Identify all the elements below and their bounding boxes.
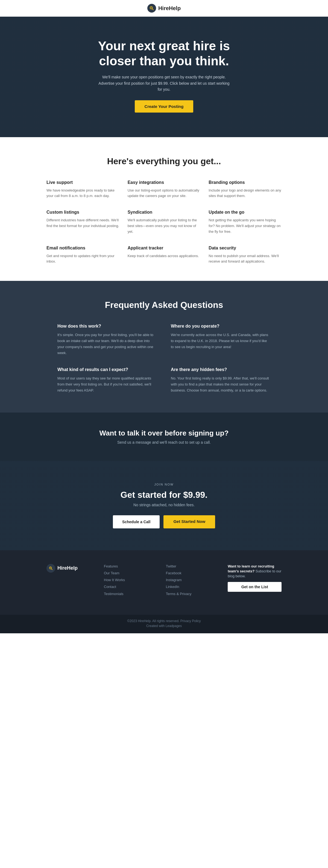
footer-link[interactable]: Contact [104,584,158,589]
faq-answer: No. Your first listing really is only $9… [171,375,271,394]
cta-strip-section: Want to talk it over before signing up? … [0,412,328,461]
feature-title: Syndication [128,210,201,215]
footer-link[interactable]: Testimonials [104,591,158,596]
feature-item: Custom listingsDifferent industries have… [47,210,119,235]
footer-subscribe-text: Want to learn our recruiting team's secr… [228,564,281,579]
svg-line-4 [51,568,53,570]
navbar: HireHelp [0,0,328,17]
footer-social-link[interactable]: Twitter [166,564,220,569]
cta-strip-subtext: Send us a message and we'll reach out to… [5,440,323,444]
footer-grid: HireHelp FeaturesOur TeamHow It WorksCon… [47,564,281,598]
feature-item: Data securityNo need to publish your ema… [209,246,281,265]
footer-logo-icon [47,564,55,572]
logo-text: HireHelp [158,5,181,11]
feature-description: Different industries have different need… [47,217,119,229]
footer-col-links: FeaturesOur TeamHow It WorksContactTesti… [104,564,158,598]
features-heading: Here's everything you get... [11,156,317,166]
get-on-list-button[interactable]: Get on the List [228,582,281,592]
feature-item: Live supportWe have knowledgeable pros r… [47,180,119,199]
faq-question: What kind of results can I expect? [57,367,157,372]
feature-description: Get and respond to updates right from yo… [47,253,119,265]
feature-description: We'll automatically publish your listing… [128,217,201,235]
feature-description: No need to publish your email address. W… [209,253,281,265]
footer-social-link[interactable]: Terms & Privacy [166,591,220,596]
feature-title: Email notifications [47,246,119,251]
feature-title: Easy integrations [128,180,201,185]
feature-title: Live support [47,180,119,185]
join-btn-row: Schedule a Call Get Started Now [5,515,323,528]
footer-social-link[interactable]: Instagram [166,578,220,583]
svg-line-1 [152,9,153,10]
features-section: Here's everything you get... Live suppor… [0,137,328,281]
footer-col-social: TwitterFacebookInstagramLinkedInTerms & … [166,564,220,598]
feature-item: Branding optionsInclude your logo and de… [209,180,281,199]
join-heading: Get started for $9.99. [5,490,323,500]
join-label: JOIN NOW [5,483,323,486]
faq-answer: It's simple. Once you pay for your first… [57,332,157,356]
hero-cta-button[interactable]: Create Your Posting [135,100,193,113]
feature-description: Keep track of candidates across applicat… [128,253,201,259]
footer-bottom: ©2023 HireHelp. All rights reserved. Pri… [0,615,328,633]
join-subtext: No strings attached, no hidden fees. [5,503,323,507]
feature-description: Not getting the applicants you were hopi… [209,217,281,235]
feature-item: Update on the goNot getting the applican… [209,210,281,235]
faq-item: Where do you operate?We're currently act… [171,324,271,356]
feature-item: SyndicationWe'll automatically publish y… [128,210,201,235]
footer-logo: HireHelp [47,564,96,572]
feature-item: Easy integrationsUse our listing-export … [128,180,201,199]
hero-section: Your next great hire is closer than you … [0,17,328,137]
faq-section: Frequently Asked Questions How does this… [0,281,328,412]
faq-heading: Frequently Asked Questions [11,300,317,310]
faq-question: Where do you operate? [171,324,271,329]
feature-title: Custom listings [47,210,119,215]
feature-title: Applicant tracker [128,246,201,251]
footer-col-subscribe: Want to learn our recruiting team's secr… [228,564,281,598]
faq-item: Are there any hidden fees?No. Your first… [171,367,271,394]
hero-subtext: We'll make sure your open positions get … [98,74,230,92]
feature-item: Email notificationsGet and respond to up… [47,246,119,265]
footer-link[interactable]: How It Works [104,578,158,583]
footer-logo-col: HireHelp [47,564,96,598]
svg-point-2 [151,7,152,8]
faq-item: How does this work?It's simple. Once you… [57,324,157,356]
footer-social-link[interactable]: LinkedIn [166,584,220,589]
feature-description: Include your logo and design elements on… [209,188,281,199]
footer-logo-text: HireHelp [57,565,78,571]
feature-title: Branding options [209,180,281,185]
feature-description: Use our listing-export options to automa… [128,188,201,199]
svg-point-5 [50,567,51,568]
footer-copyright: ©2023 HireHelp. All rights reserved. Pri… [11,619,317,623]
footer-link[interactable]: Our Team [104,571,158,576]
faq-question: How does this work? [57,324,157,329]
feature-title: Update on the go [209,210,281,215]
hero-heading: Your next great hire is closer than you … [82,38,246,69]
faq-grid: How does this work?It's simple. Once you… [57,324,271,394]
nav-logo: HireHelp [147,4,181,12]
faq-question: Are there any hidden fees? [171,367,271,372]
footer: HireHelp FeaturesOur TeamHow It WorksCon… [0,550,328,615]
faq-item: What kind of results can I expect?Most o… [57,367,157,394]
feature-item: Applicant trackerKeep track of candidate… [128,246,201,265]
feature-description: We have knowledgeable pros ready to take… [47,188,119,199]
features-grid: Live supportWe have knowledgeable pros r… [47,180,281,265]
schedule-call-button[interactable]: Schedule a Call [113,515,160,528]
join-section: JOIN NOW Get started for $9.99. No strin… [0,461,328,550]
footer-link[interactable]: Features [104,564,158,569]
faq-answer: Most of our users say they see far more … [57,375,157,394]
cta-strip-heading: Want to talk it over before signing up? [5,429,323,437]
footer-built-with: Created with Leadpages [11,624,317,628]
faq-answer: We're currently active across the U.S. a… [171,332,271,350]
footer-social-link[interactable]: Facebook [166,571,220,576]
get-started-button[interactable]: Get Started Now [163,515,215,528]
feature-title: Data security [209,246,281,251]
logo-icon [147,4,156,12]
